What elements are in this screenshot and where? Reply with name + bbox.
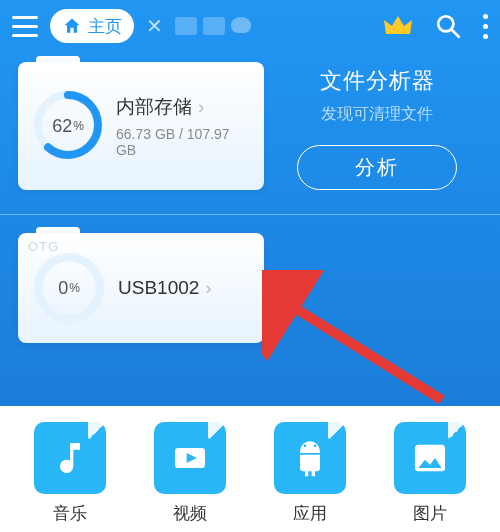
tray-music[interactable]: 音乐	[34, 422, 106, 525]
tray-apps[interactable]: 应用	[274, 422, 346, 525]
otg-storage-card[interactable]: OTG 0% USB1002 ›	[18, 233, 264, 343]
music-icon	[34, 422, 106, 494]
analyze-button[interactable]: 分析	[297, 145, 457, 190]
menu-button[interactable]	[12, 11, 42, 41]
svg-line-1	[451, 29, 459, 37]
svg-line-5	[282, 300, 442, 400]
premium-crown-icon[interactable]	[383, 14, 413, 38]
android-icon	[274, 422, 346, 494]
tray-video[interactable]: 视频	[154, 422, 226, 525]
video-icon	[154, 422, 226, 494]
chevron-right-icon: ›	[205, 277, 211, 299]
otg-usage-ring: 0%	[32, 251, 106, 325]
annotation-arrow	[262, 270, 462, 410]
tab-home[interactable]: 主页	[50, 9, 134, 43]
overflow-menu-button[interactable]	[483, 14, 488, 39]
internal-usage-ring: 62%	[32, 89, 104, 163]
analyzer-subtitle: 发现可清理文件	[321, 104, 433, 125]
otg-storage-title: USB1002	[118, 277, 199, 299]
analyzer-title: 文件分析器	[320, 66, 435, 96]
internal-storage-usage: 66.73 GB / 107.97 GB	[116, 126, 250, 158]
tray-images[interactable]: 图片	[394, 422, 466, 525]
category-tray: 音乐 视频 应用 图片	[0, 406, 500, 532]
chevron-right-icon: ›	[198, 96, 204, 118]
close-tab-button[interactable]: ✕	[146, 14, 163, 38]
image-icon	[394, 422, 466, 494]
section-divider	[0, 214, 500, 215]
tab-home-label: 主页	[88, 15, 122, 38]
background-tabs	[175, 17, 251, 35]
internal-storage-card[interactable]: 62% 内部存储 › 66.73 GB / 107.97 GB	[18, 62, 264, 190]
home-icon	[62, 16, 82, 36]
internal-storage-title: 内部存储	[116, 94, 192, 120]
search-button[interactable]	[435, 13, 461, 39]
